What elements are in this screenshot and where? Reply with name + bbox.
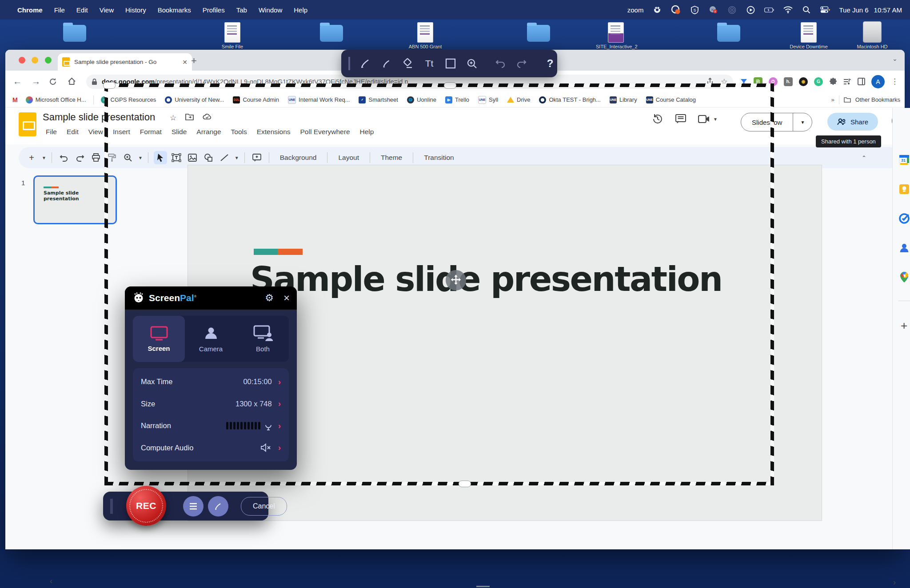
bookmark-item[interactable]: ✓Smartsheet: [355, 95, 401, 105]
slides-menu-file[interactable]: File: [41, 126, 62, 138]
undo-annotation-icon[interactable]: [491, 55, 509, 72]
other-bookmarks[interactable]: Other Bookmarks: [855, 96, 900, 103]
slides-menu-help[interactable]: Help: [355, 126, 379, 138]
maps-icon[interactable]: [899, 271, 910, 283]
slides-menu-tools[interactable]: Tools: [226, 126, 252, 138]
keeper-error-icon[interactable]: Kx: [708, 5, 718, 15]
undo-button[interactable]: [57, 151, 71, 164]
layout-button[interactable]: Layout: [333, 154, 364, 162]
desktop-file-abn[interactable]: ABN 500 Grant: [405, 22, 445, 49]
move-cursor-handle[interactable]: [446, 270, 466, 290]
zoom-tool-icon[interactable]: [463, 55, 481, 72]
browser-profile-avatar[interactable]: A: [871, 75, 885, 88]
menu-edit[interactable]: Edit: [71, 6, 94, 14]
print-button[interactable]: [89, 151, 103, 164]
recording-resize-handle-bottomcenter[interactable]: [459, 481, 471, 487]
close-window-button[interactable]: [19, 57, 25, 64]
bookmark-item[interactable]: UNECourse Catalog: [643, 95, 699, 105]
slide-title-text[interactable]: Sample slide presentation: [250, 259, 739, 299]
recbar-drag-handle[interactable]: [110, 499, 113, 514]
share-button[interactable]: Share: [827, 113, 878, 131]
forward-button[interactable]: →: [30, 76, 42, 87]
back-button[interactable]: ←: [12, 76, 23, 87]
settings-gear-icon[interactable]: ⚙: [265, 292, 274, 304]
menu-window[interactable]: Window: [253, 6, 288, 14]
bookmark-item[interactable]: Okta TEST - Brigh...: [535, 95, 604, 105]
desktop-file-device[interactable]: Device Downtime: [789, 22, 829, 49]
bookmark-item[interactable]: UNEInternal Work Req...: [284, 95, 353, 105]
desktop-folder[interactable]: [519, 25, 559, 42]
toolbar-drag-handle[interactable]: [348, 57, 350, 70]
keep-icon[interactable]: [898, 183, 910, 195]
media-controls-icon[interactable]: [843, 78, 851, 85]
battery-icon[interactable]: [764, 5, 774, 15]
bookmark-item[interactable]: Drive: [503, 95, 534, 104]
wifi-icon[interactable]: [783, 5, 793, 15]
comments-icon[interactable]: [675, 113, 686, 125]
cloud-status-icon[interactable]: [203, 113, 212, 123]
contacts-icon[interactable]: [898, 242, 910, 254]
play-status-icon[interactable]: [746, 5, 755, 15]
new-tab-button[interactable]: +: [191, 55, 197, 67]
control-center-icon[interactable]: [820, 5, 830, 15]
slideshow-button[interactable]: Slideshow: [741, 119, 793, 126]
collapse-filmstrip-chevron[interactable]: ‹: [50, 576, 52, 586]
highlighter-tool-icon[interactable]: [378, 55, 395, 72]
line-dropdown[interactable]: ▼: [235, 155, 239, 160]
desktop-folder[interactable]: [55, 25, 95, 42]
zoom-window-button[interactable]: [45, 57, 52, 64]
ext-owl-icon[interactable]: ◉: [799, 77, 808, 86]
menu-app-name[interactable]: Chrome: [12, 6, 48, 14]
text-tool-icon[interactable]: Tt: [420, 55, 438, 72]
move-folder-icon[interactable]: [185, 113, 194, 123]
recording-resize-handle-topcenter[interactable]: [444, 82, 456, 89]
version-history-icon[interactable]: [652, 113, 663, 125]
ext-h-icon[interactable]: h.: [784, 77, 793, 86]
desktop-file-smile[interactable]: Smile File: [212, 22, 252, 49]
zoom-menu-item[interactable]: zoom: [627, 6, 644, 14]
zoom-tool-button[interactable]: [121, 151, 135, 164]
slides-menu-slide[interactable]: Slide: [167, 126, 192, 138]
sidepanel-icon[interactable]: [858, 78, 865, 85]
badge-shield-icon[interactable]: [652, 5, 662, 15]
menu-view[interactable]: View: [94, 6, 120, 14]
bookmark-item[interactable]: ▮▸Trello: [442, 95, 473, 105]
ext-grammarly-icon[interactable]: G: [814, 77, 823, 86]
eraser-tool-icon[interactable]: [399, 55, 417, 72]
slideshow-dropdown-arrow[interactable]: ▼: [793, 120, 812, 125]
slides-menu-format[interactable]: Format: [135, 126, 167, 138]
close-dialog-icon[interactable]: ×: [283, 292, 290, 304]
home-button[interactable]: [68, 77, 79, 86]
desktop-folder[interactable]: [311, 25, 351, 42]
extensions-puzzle-icon[interactable]: [829, 78, 837, 86]
bookmark-item[interactable]: 🌐Uonline: [403, 95, 440, 105]
narration-row[interactable]: Narration ›: [141, 415, 281, 437]
minimize-window-button[interactable]: [32, 57, 38, 64]
max-time-row[interactable]: Max Time 00:15:00 ›: [141, 371, 281, 393]
slides-menu-poll-everywhere[interactable]: Poll Everywhere: [295, 126, 355, 138]
gmail-bookmark-icon[interactable]: M: [10, 96, 20, 103]
redo-button[interactable]: [73, 151, 87, 164]
shape-tool-icon[interactable]: [442, 55, 459, 72]
tab-overview-chevron-icon[interactable]: ⌄: [892, 55, 898, 62]
tab-camera[interactable]: Camera: [185, 316, 237, 362]
bookmarks-overflow-chevron[interactable]: »: [831, 96, 834, 103]
menu-date[interactable]: Tue Jun 6: [839, 6, 868, 14]
shield-s-icon[interactable]: S: [690, 5, 699, 15]
bookmark-item[interactable]: UNELibrary: [606, 95, 641, 105]
menu-bookmarks[interactable]: Bookmarks: [152, 6, 197, 14]
hide-menus-chevron-icon[interactable]: ⌃: [862, 155, 893, 161]
text-box-button[interactable]: [170, 151, 183, 164]
desktop-drive-macintosh[interactable]: Macintosh HD: [852, 21, 892, 49]
spotlight-search-icon[interactable]: [802, 5, 811, 15]
insert-line-button[interactable]: [218, 151, 231, 164]
browser-menu-kebab-icon[interactable]: ⋮: [891, 77, 898, 86]
side-panel-add-icon[interactable]: +: [901, 319, 907, 333]
bookmark-item[interactable]: University of New...: [161, 95, 228, 105]
redo-annotation-icon[interactable]: [513, 55, 531, 72]
menu-tab[interactable]: Tab: [231, 6, 253, 14]
expand-panel-chevron[interactable]: ›: [893, 578, 896, 587]
zoom-dropdown[interactable]: ▼: [138, 155, 143, 160]
new-slide-dropdown[interactable]: ▼: [42, 155, 46, 160]
doc-title[interactable]: Sample slide presentation: [43, 111, 155, 123]
